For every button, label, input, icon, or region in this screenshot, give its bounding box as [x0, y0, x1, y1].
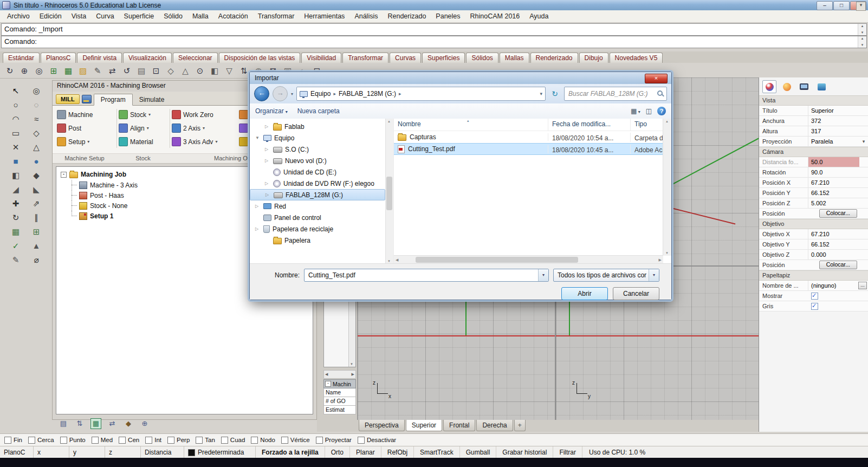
tool-icon[interactable]: △	[28, 141, 44, 154]
toolbar-icon[interactable]: ◎	[33, 64, 46, 77]
checkbox[interactable]	[358, 437, 365, 444]
osnap-item[interactable]: Med	[92, 437, 113, 444]
open-button[interactable]: Abrir	[561, 287, 608, 300]
checkbox[interactable]	[221, 437, 228, 444]
toolbar-icon[interactable]: ▽	[223, 64, 236, 77]
ribbon-button[interactable]: Stock ▾	[116, 108, 169, 121]
ribbon-button[interactable]: Material	[116, 135, 169, 148]
tool-icon[interactable]: ◇	[28, 127, 44, 140]
toolbar-tab[interactable]: Seleccionar	[173, 53, 218, 63]
material-tab-icon[interactable]	[780, 80, 794, 93]
checkbox[interactable]	[167, 437, 174, 444]
menu-item[interactable]: Transformar	[253, 11, 300, 21]
breadcrumb-equipo[interactable]: Equipo	[310, 90, 331, 98]
menu-item[interactable]: Sólido	[159, 11, 187, 21]
dialog-tree-item[interactable]: ▷ Papelera de reciclaje	[250, 223, 385, 235]
property-row[interactable]: Gris	[759, 301, 868, 312]
tool-icon[interactable]: ◎	[28, 85, 44, 98]
back-button[interactable]	[254, 86, 269, 101]
tool-icon[interactable]: ∥	[28, 211, 44, 224]
column-header-fecha[interactable]: Fecha de modifica...	[548, 119, 631, 131]
ribbon-button[interactable]: Machine	[55, 108, 115, 121]
toolbar-icon[interactable]: ↺	[120, 64, 133, 77]
breadcrumb-separator-icon[interactable]	[333, 91, 336, 96]
toolbar-icon[interactable]: ⇅	[237, 64, 250, 77]
tool-icon[interactable]: ✕	[8, 141, 24, 154]
filetype-combo[interactable]: Todos los tipos de archivos cor	[553, 269, 659, 282]
layer-indicator[interactable]: Predeterminada	[184, 446, 256, 458]
toolbar-tab[interactable]: Definir vista	[77, 53, 122, 63]
property-row[interactable]: Posición Colocar...	[759, 260, 868, 270]
property-row[interactable]: Mostrar	[759, 291, 868, 301]
property-row[interactable]: Objetivo Z 0.000	[759, 250, 868, 260]
scrollbar-thumb[interactable]	[386, 177, 392, 210]
osnap-item[interactable]: Proyectar	[316, 437, 352, 444]
table-row[interactable]: Estimat	[323, 406, 356, 414]
property-row[interactable]: Altura 317	[759, 126, 868, 137]
status-toggle[interactable]: Forzado a la rejilla	[256, 446, 325, 458]
history-dropdown-icon[interactable]	[291, 92, 293, 96]
menu-item[interactable]: Curva	[91, 11, 119, 21]
toolbar-tab[interactable]: Curvas	[390, 53, 421, 63]
status-toggle[interactable]: Filtrar	[553, 446, 582, 458]
dialog-tree-item[interactable]: ▷ Unidad de DVD RW (F:) elegoo	[250, 178, 385, 189]
status-toggle[interactable]: SmartTrack	[414, 446, 460, 458]
toolbar-icon[interactable]: ↻	[3, 64, 16, 77]
view-mode-icon[interactable]	[631, 107, 640, 115]
status-toggle[interactable]: Gumball	[460, 446, 497, 458]
toolbar-tab[interactable]: Novedades V5	[610, 53, 663, 63]
property-row[interactable]: Posición Colocar...	[759, 209, 868, 219]
tool-icon[interactable]: ◆	[28, 169, 44, 182]
dialog-tree-item[interactable]: ▷ S.O (C:)	[250, 144, 385, 155]
checkbox[interactable]	[4, 437, 11, 444]
breadcrumb-separator-icon[interactable]	[399, 91, 401, 96]
toolbar-icon[interactable]: ◇	[164, 64, 177, 77]
tree-scrollbar[interactable]	[385, 119, 393, 264]
osnap-item[interactable]: Punto	[60, 437, 86, 444]
menu-item[interactable]: Superficie	[119, 11, 159, 21]
address-bar[interactable]: Equipo FABLAB_128M (G:)	[296, 87, 546, 101]
toolbar-tab[interactable]: Disposición de las vistas	[219, 53, 301, 63]
help-icon[interactable]	[657, 107, 666, 115]
ribbon-button[interactable]: 2 Axis ▾	[170, 121, 236, 135]
expand-arrow-icon[interactable]: ▷	[265, 158, 270, 163]
checkbox[interactable]	[316, 437, 323, 444]
checkbox[interactable]	[92, 437, 99, 444]
maximize-icon[interactable]	[833, 1, 850, 10]
tool-icon[interactable]: ○	[8, 99, 24, 112]
column-header-nombre[interactable]: Nombre	[394, 119, 548, 131]
status-toggle[interactable]: Grabar historial	[496, 446, 553, 458]
toolbar-icon[interactable]: ⊙	[193, 64, 206, 77]
property-row[interactable]: Proyección Paralela ▾	[759, 137, 868, 147]
expand-arrow-icon[interactable]: ▷	[265, 124, 270, 129]
menu-item[interactable]: Renderizado	[383, 11, 431, 21]
osnap-item[interactable]: Cen	[119, 437, 139, 444]
toolbar-icon[interactable]: ✎	[91, 64, 104, 77]
browser-tool-icon[interactable]: ⇅	[74, 418, 85, 429]
minimize-icon[interactable]	[817, 1, 833, 10]
property-row[interactable]: Nombre de ... (ninguno) ...	[759, 281, 868, 291]
tool-icon[interactable]: ◌	[28, 99, 44, 112]
toolbar-tab[interactable]: Visibilidad	[301, 53, 341, 63]
command-history[interactable]: Comando: _Import	[1, 23, 867, 36]
browser-tool-icon[interactable]: ◆	[123, 418, 134, 429]
checkbox[interactable]	[28, 437, 35, 444]
osnap-item[interactable]: Tan	[196, 437, 215, 444]
tool-icon[interactable]: ◧	[8, 169, 24, 182]
new-folder-button[interactable]: Nueva carpeta	[297, 107, 340, 115]
expand-arrow-icon[interactable]: ▷	[265, 192, 271, 197]
osnap-item[interactable]: Fin	[4, 437, 22, 444]
tab-simulate[interactable]: Simulate	[133, 94, 171, 105]
dialog-tree-item[interactable]: Unidad de CD (E:)	[250, 166, 385, 178]
status-toggle[interactable]: RefObj	[381, 446, 414, 458]
browser-tool-icon[interactable]: ⊕	[139, 418, 150, 429]
status-cell[interactable]: Distancia	[141, 446, 184, 458]
menu-item[interactable]: Acotación	[213, 11, 253, 21]
properties-tab-icon[interactable]	[762, 80, 776, 93]
search-input[interactable]	[567, 89, 657, 98]
command-scrollbar[interactable]	[858, 24, 866, 35]
property-row[interactable]: Anchura 372	[759, 116, 868, 126]
ribbon-button[interactable]: Work Zero	[170, 108, 236, 121]
tool-icon[interactable]: ✓	[8, 239, 24, 252]
status-cell[interactable]: y	[69, 446, 105, 458]
